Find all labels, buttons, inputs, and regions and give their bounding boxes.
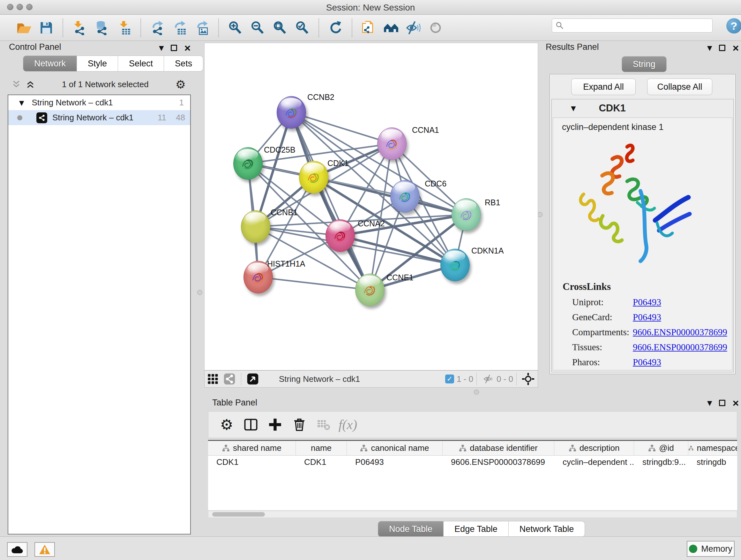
tab-network[interactable]: Network bbox=[23, 56, 77, 71]
crosslink-label: GeneCard: bbox=[572, 312, 633, 322]
network-collection-row[interactable]: ▼ String Network – cdk1 1 bbox=[8, 95, 190, 110]
gene-collapse-icon[interactable]: ▼ bbox=[571, 105, 576, 112]
zoom-out-icon bbox=[250, 20, 265, 35]
import-network-button[interactable] bbox=[71, 19, 88, 37]
results-panel-float-icon[interactable] bbox=[719, 45, 725, 51]
export-network-button[interactable] bbox=[148, 19, 166, 37]
gray-sphere-button[interactable] bbox=[427, 19, 445, 37]
node-CCNE1[interactable] bbox=[355, 273, 385, 306]
fit-content-crosshair-icon[interactable] bbox=[522, 373, 535, 385]
crosslink-row: Uniprot:P06493 bbox=[572, 297, 732, 307]
node-CCNA1[interactable] bbox=[377, 127, 407, 160]
delete-column-icon[interactable] bbox=[290, 415, 309, 434]
table-panel-close-icon[interactable]: × bbox=[732, 400, 739, 406]
crosslink-value-link[interactable]: 9606.ENSP00000378699 bbox=[633, 342, 727, 353]
table-panel-float-icon[interactable] bbox=[719, 400, 725, 406]
control-panel-tabs: NetworkStyleSelectSets bbox=[23, 56, 203, 71]
string-home-button[interactable] bbox=[382, 19, 400, 37]
add-column-icon[interactable] bbox=[266, 415, 284, 434]
show-columns-icon[interactable] bbox=[242, 415, 260, 434]
tab-string[interactable]: String bbox=[622, 56, 667, 72]
protein-thumbnail-CCNB2 bbox=[278, 100, 305, 126]
refresh-button[interactable] bbox=[327, 19, 344, 37]
table-hscrollbar[interactable] bbox=[208, 511, 737, 518]
tab-edge-table[interactable]: Edge Table bbox=[444, 521, 509, 537]
crosslink-value-link[interactable]: 9606.ENSP00000378699 bbox=[633, 327, 727, 337]
birds-eye-view-icon[interactable] bbox=[246, 373, 259, 385]
expand-all-button[interactable]: Expand All bbox=[571, 78, 636, 95]
open-folder-button[interactable] bbox=[15, 19, 33, 37]
crosslink-value-link[interactable]: P06493 bbox=[633, 312, 661, 322]
tab-style[interactable]: Style bbox=[77, 56, 118, 71]
search-input[interactable] bbox=[564, 21, 704, 30]
table-options-gear-icon[interactable]: ⚙ bbox=[217, 415, 236, 434]
crosslink-value-link[interactable]: P06493 bbox=[633, 297, 661, 307]
column-header-canonical-name[interactable]: canonical name bbox=[347, 441, 443, 455]
node-CDC6[interactable] bbox=[390, 180, 420, 212]
right-splitter-handle[interactable] bbox=[537, 212, 542, 217]
warning-button[interactable] bbox=[35, 542, 55, 557]
table-row[interactable]: CDK1CDK1P064939606.ENSP00000378699cyclin… bbox=[208, 455, 737, 469]
tab-node-table[interactable]: Node Table bbox=[378, 521, 444, 537]
collection-expand-icon[interactable]: ▼ bbox=[19, 99, 24, 107]
network-options-gear-icon[interactable]: ⚙ bbox=[176, 78, 186, 91]
expand-all-icon[interactable] bbox=[25, 79, 35, 89]
export-table-button[interactable] bbox=[171, 19, 189, 37]
memory-button[interactable]: Memory bbox=[687, 541, 735, 557]
collapse-all-icon[interactable] bbox=[11, 79, 21, 89]
protein-thumbnail-CCNA1 bbox=[379, 131, 406, 158]
crosslink-value-link[interactable]: P06493 bbox=[633, 357, 661, 368]
clone-network-icon bbox=[361, 20, 376, 35]
column-header-description[interactable]: description bbox=[554, 441, 634, 455]
node-CCNB2[interactable] bbox=[277, 96, 306, 129]
left-splitter-handle[interactable] bbox=[197, 290, 202, 295]
export-image-button[interactable] bbox=[193, 19, 211, 37]
cloud-button[interactable] bbox=[7, 542, 27, 557]
control-panel-menu-icon[interactable]: ▼ bbox=[159, 44, 164, 52]
help-button[interactable]: ? bbox=[726, 18, 741, 34]
column-header-shared-name[interactable]: shared name bbox=[208, 441, 296, 455]
zoom-out-button[interactable] bbox=[249, 19, 266, 37]
table-panel-menu-icon[interactable]: ▼ bbox=[707, 399, 712, 407]
network-canvas[interactable]: CCNB2CCNA1CDC25BCDK1CDC6RB1CCNB1CCNA2CDK… bbox=[204, 43, 538, 370]
tab-sets[interactable]: Sets bbox=[164, 56, 203, 71]
column-header--id[interactable]: @id bbox=[634, 441, 688, 455]
node-CDK1[interactable] bbox=[299, 161, 328, 193]
clone-network-button[interactable] bbox=[360, 19, 378, 37]
function-builder-icon[interactable]: f(x) bbox=[339, 415, 357, 434]
zoom-selected-button[interactable] bbox=[293, 19, 311, 37]
control-panel-close-icon[interactable]: × bbox=[184, 45, 191, 51]
control-panel-float-icon[interactable] bbox=[171, 45, 177, 51]
node-RB1[interactable] bbox=[452, 198, 481, 231]
grid-view-icon[interactable] bbox=[206, 373, 219, 385]
import-database-button[interactable] bbox=[93, 19, 111, 37]
network-row-selected[interactable]: String Network – cdk1 11 48 bbox=[8, 110, 190, 125]
zoom-fit-button[interactable] bbox=[271, 19, 289, 37]
search-field[interactable] bbox=[552, 18, 713, 33]
horizontal-splitter-handle[interactable] bbox=[474, 389, 479, 395]
node-label-CDC6: CDC6 bbox=[425, 179, 447, 188]
node-CDC25B[interactable] bbox=[233, 147, 263, 180]
hidden-eye-icon[interactable] bbox=[482, 373, 495, 385]
results-panel-menu-icon[interactable]: ▼ bbox=[707, 44, 712, 52]
selected-checkbox-icon[interactable]: ✓ bbox=[445, 374, 454, 383]
zoom-in-button[interactable] bbox=[226, 19, 244, 37]
column-header-namespace[interactable]: namespace bbox=[688, 441, 737, 455]
gray-sphere-icon bbox=[428, 20, 443, 35]
results-panel-close-icon[interactable]: × bbox=[732, 45, 739, 51]
node-CDKN1A[interactable] bbox=[441, 249, 470, 281]
import-table-button[interactable] bbox=[115, 19, 133, 37]
column-header-name[interactable]: name bbox=[296, 441, 347, 455]
delete-table-icon[interactable] bbox=[314, 415, 333, 434]
tab-select[interactable]: Select bbox=[118, 56, 164, 71]
export-image-icon bbox=[195, 20, 209, 35]
hide-glass-button[interactable] bbox=[404, 19, 422, 37]
collapse-all-button[interactable]: Collapse All bbox=[647, 78, 712, 95]
tab-network-table[interactable]: Network Table bbox=[509, 521, 585, 537]
column-header-database-identifier[interactable]: database identifier bbox=[443, 441, 554, 455]
table-hscroll-thumb[interactable] bbox=[212, 512, 265, 516]
node-CCNB1[interactable] bbox=[241, 210, 270, 243]
node-CCNA2[interactable] bbox=[326, 219, 355, 252]
save-button[interactable] bbox=[37, 19, 55, 37]
network-share-icon[interactable] bbox=[223, 373, 236, 385]
